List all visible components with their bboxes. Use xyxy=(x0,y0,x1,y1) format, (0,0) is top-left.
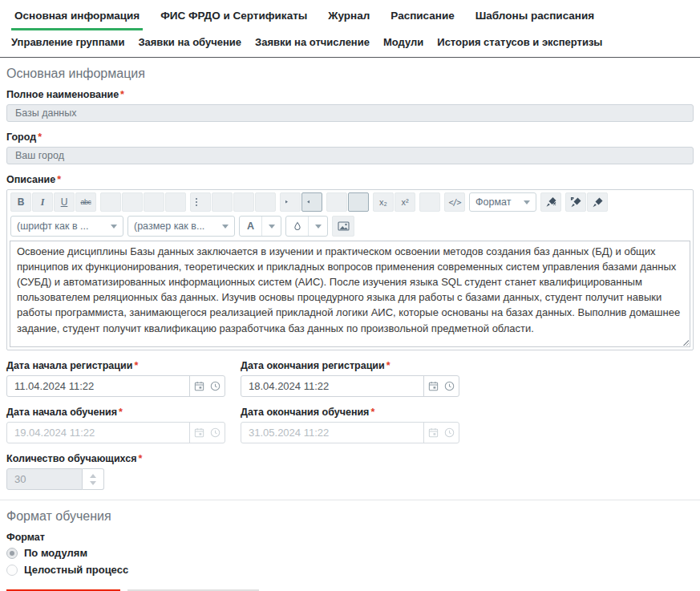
underline-button[interactable]: U xyxy=(54,192,75,212)
italic-button[interactable]: I xyxy=(32,192,53,212)
clock-icon[interactable] xyxy=(209,380,221,392)
tab-fis-frdo-certificates[interactable]: ФИС ФРДО и Сертификаты xyxy=(157,8,310,30)
indent-button[interactable] xyxy=(280,192,301,212)
tab-main-info[interactable]: Основная информация xyxy=(11,8,143,30)
edu-end-field: Дата окончания обучения* 31.05.2024 11:2… xyxy=(241,407,459,443)
required-asterisk: * xyxy=(120,89,124,100)
ordered-list-icon xyxy=(216,196,229,208)
tab-journal[interactable]: Журнал xyxy=(325,8,373,30)
italic-icon: I xyxy=(41,196,45,208)
unlink-button[interactable] xyxy=(348,192,369,212)
required-asterisk: * xyxy=(57,174,61,185)
tab-schedule-templates[interactable]: Шаблоны расписания xyxy=(472,8,597,30)
align-center-button[interactable] xyxy=(122,192,143,212)
tab-training-requests[interactable]: Заявки на обучение xyxy=(138,36,241,48)
format-dropdown-value: Формат xyxy=(475,196,511,208)
unordered-list-button[interactable] xyxy=(190,192,211,212)
calendar-icon xyxy=(427,427,439,439)
clock-icon[interactable] xyxy=(443,380,455,392)
chevron-down-icon xyxy=(111,225,117,229)
highlight-color-button[interactable] xyxy=(286,217,308,236)
image-icon xyxy=(337,220,350,233)
clock-icon xyxy=(209,427,221,439)
insert-image-button[interactable] xyxy=(332,216,354,237)
required-asterisk: * xyxy=(386,360,390,371)
chevron-down-icon xyxy=(222,225,229,229)
clear-format-brush-icon xyxy=(544,196,558,208)
clear-format-button[interactable] xyxy=(540,192,561,212)
radio-option-by-modules[interactable]: По модулям xyxy=(6,547,694,559)
font-size-dropdown-value: (размер как в... xyxy=(134,221,204,232)
edu-end-input-group: 31.05.2024 11:22 xyxy=(241,422,459,443)
subscript-button[interactable]: x₂ xyxy=(373,192,394,212)
section-title-format: Формат обучения xyxy=(6,509,694,524)
strikethrough-button[interactable]: abc xyxy=(75,192,96,212)
stepper-down-icon[interactable] xyxy=(90,481,96,485)
apply-format-brush-icon xyxy=(591,196,605,208)
font-size-dropdown[interactable]: (размер как в... xyxy=(127,216,235,237)
chevron-down-icon xyxy=(524,200,530,204)
copy-format-brush-icon xyxy=(569,196,583,208)
align-justify-icon xyxy=(169,196,182,208)
insert-table-button[interactable] xyxy=(419,192,440,212)
apply-format-button[interactable] xyxy=(587,192,608,212)
format-group-label: Формат xyxy=(6,532,694,543)
alpha-list-button[interactable] xyxy=(233,192,254,212)
tabs-bar-primary: Основная информация ФИС ФРДО и Сертифика… xyxy=(0,0,700,57)
dash-list-button[interactable] xyxy=(255,192,276,212)
radio-label: По модулям xyxy=(24,547,87,559)
format-dropdown[interactable]: Формат xyxy=(469,192,536,212)
tab-expulsion-requests[interactable]: Заявки на отчисление xyxy=(255,36,370,48)
radio-option-whole-process[interactable]: Целостный процесс xyxy=(6,564,694,576)
city-input[interactable] xyxy=(6,147,694,164)
section-divider xyxy=(0,500,700,500)
city-label: Город* xyxy=(6,132,694,143)
font-color-icon: A xyxy=(247,221,254,232)
align-left-button[interactable] xyxy=(100,192,121,212)
dash-list-icon xyxy=(259,196,272,208)
unordered-list-icon xyxy=(194,196,207,208)
highlight-color-dropdown[interactable] xyxy=(308,217,327,236)
city-field: Город* xyxy=(6,132,694,164)
reg-end-input-group: 18.04.2024 11:22 xyxy=(241,375,459,397)
font-color-dropdown[interactable] xyxy=(261,217,281,236)
required-asterisk: * xyxy=(134,360,138,371)
bold-button[interactable]: B xyxy=(10,192,31,212)
link-button[interactable] xyxy=(326,192,347,212)
font-family-dropdown[interactable]: (шрифт как в ... xyxy=(10,216,123,237)
resize-grip-icon[interactable] xyxy=(682,338,689,346)
radio-selected-icon[interactable] xyxy=(6,548,18,559)
font-color-button[interactable]: A xyxy=(240,217,261,236)
tab-group-management[interactable]: Управление группами xyxy=(11,36,124,48)
superscript-button[interactable]: x² xyxy=(395,192,415,212)
calendar-icon[interactable] xyxy=(193,380,205,392)
stepper-up-icon[interactable] xyxy=(90,474,96,478)
reg-start-input[interactable]: 11.04.2024 11:22 xyxy=(7,376,189,396)
ordered-list-button[interactable] xyxy=(212,192,233,212)
radio-unselected-icon[interactable] xyxy=(6,565,18,576)
edu-start-input-group: 19.04.2024 11:22 xyxy=(6,422,225,443)
calendar-icon[interactable] xyxy=(427,380,439,392)
full-name-input[interactable] xyxy=(6,104,694,122)
outdent-button[interactable] xyxy=(301,192,322,212)
reg-end-label: Дата окончания регистрации* xyxy=(241,360,459,371)
required-asterisk: * xyxy=(370,407,374,418)
quantity-stepper[interactable] xyxy=(83,468,104,490)
description-textarea[interactable]: Освоение дисциплины Базы данных заключае… xyxy=(10,241,690,347)
students-count-field: Количество обучающихся* xyxy=(6,453,694,490)
tab-status-history[interactable]: История статусов и экспертизы xyxy=(437,36,602,48)
strikethrough-icon: abc xyxy=(80,198,91,206)
outdent-icon xyxy=(305,196,318,208)
unlink-icon xyxy=(352,196,366,208)
tab-schedule[interactable]: Расписание xyxy=(387,8,457,30)
font-color-split-button: A xyxy=(239,216,281,237)
align-justify-button[interactable] xyxy=(165,192,186,212)
copy-format-button[interactable] xyxy=(565,192,586,212)
reg-end-input[interactable]: 18.04.2024 11:22 xyxy=(241,376,423,396)
clock-icon xyxy=(443,427,455,439)
code-view-button[interactable]: </> xyxy=(444,192,465,212)
tab-modules[interactable]: Модули xyxy=(383,36,423,48)
reg-start-label: Дата начала регистрации* xyxy=(6,360,225,371)
align-right-button[interactable] xyxy=(144,192,164,212)
required-asterisk: * xyxy=(38,132,42,143)
